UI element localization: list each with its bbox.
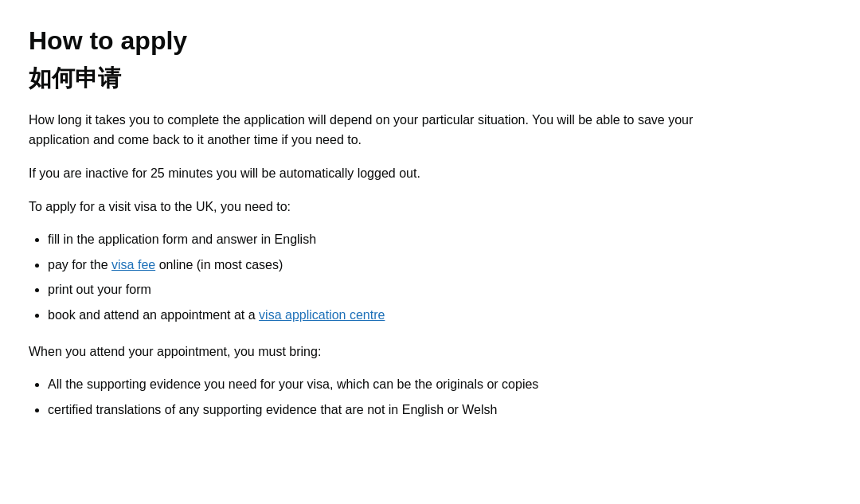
main-heading: How to apply <box>29 25 720 56</box>
list-item-text: print out your form <box>48 283 151 296</box>
paragraph-3: To apply for a visit visa to the UK, you… <box>29 197 720 217</box>
list-item-text: All the supporting evidence you need for… <box>48 377 538 391</box>
list-item: print out your form <box>48 279 720 300</box>
list-item: pay for the visa fee online (in most cas… <box>48 255 720 275</box>
requirements-list: fill in the application form and answer … <box>29 229 720 325</box>
list-item-text: fill in the application form and answer … <box>48 232 316 246</box>
list-item: book and attend an appointment at a visa… <box>48 305 720 326</box>
list-item-text: pay for the visa fee online (in most cas… <box>48 258 283 272</box>
list-item-text: book and attend an appointment at a visa… <box>48 308 385 322</box>
chinese-heading: 如何申请 <box>29 64 720 93</box>
list-item: All the supporting evidence you need for… <box>48 374 720 395</box>
appointment-list: All the supporting evidence you need for… <box>29 374 720 420</box>
paragraph-4: When you attend your appointment, you mu… <box>29 342 720 362</box>
page-container: How to apply 如何申请 How long it takes you … <box>16 19 733 442</box>
list-item: certified translations of any supporting… <box>48 400 720 420</box>
list-item-text: certified translations of any supporting… <box>48 403 497 416</box>
vac-link[interactable]: visa application centre <box>259 308 385 322</box>
paragraph-2: If you are inactive for 25 minutes you w… <box>29 163 720 184</box>
paragraph-1: How long it takes you to complete the ap… <box>29 110 720 150</box>
visa-fee-link[interactable]: visa fee <box>111 258 155 272</box>
list-item: fill in the application form and answer … <box>48 229 720 250</box>
